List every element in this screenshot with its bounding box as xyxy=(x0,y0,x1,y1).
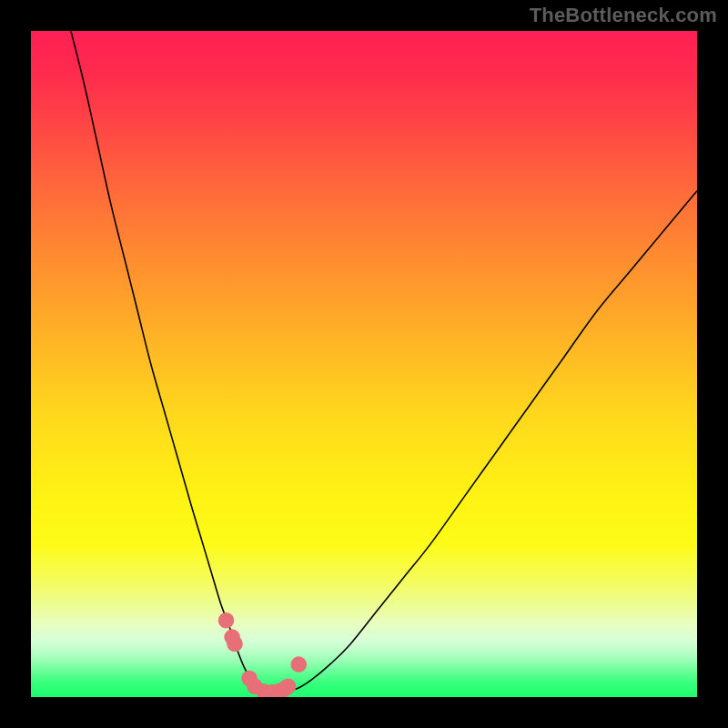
chart-frame: TheBottleneck.com xyxy=(0,0,728,728)
plot-area xyxy=(31,31,697,697)
highlight-point xyxy=(290,656,307,672)
highlight-point xyxy=(218,612,235,629)
highlight-point xyxy=(280,678,297,694)
highlight-points xyxy=(218,612,307,697)
highlight-point xyxy=(227,636,243,652)
bottleneck-curve xyxy=(71,31,697,693)
watermark-text: TheBottleneck.com xyxy=(530,4,717,27)
curve-layer xyxy=(31,31,697,697)
